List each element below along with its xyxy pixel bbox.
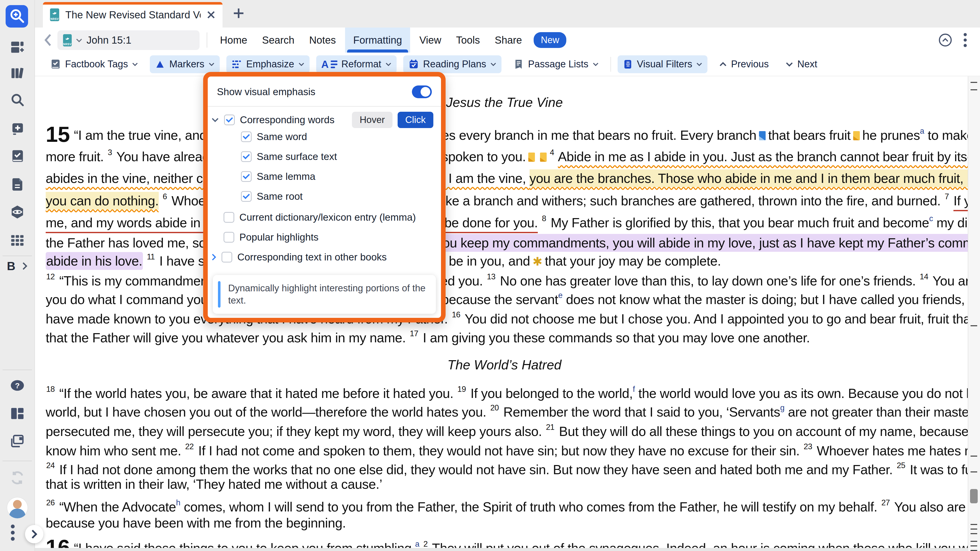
library-icon[interactable] — [0, 66, 35, 81]
scrollbar-mark — [970, 529, 977, 530]
layouts-icon[interactable] — [0, 406, 35, 421]
chevron-right-icon — [22, 262, 27, 270]
verse-line-4: you can do nothing. 6 Whoever does not a… — [46, 187, 980, 210]
collapse-row-icon[interactable] — [211, 118, 219, 122]
chevron-right-icon — [31, 529, 38, 539]
panel-kebab-menu-icon[interactable] — [963, 33, 967, 48]
verse-line-11: that the Father will give you whatever y… — [46, 324, 810, 348]
reading-plans-button[interactable]: Reading Plans — [403, 56, 501, 73]
same-word-checkbox[interactable] — [241, 131, 251, 142]
menu-view[interactable]: View — [414, 27, 447, 52]
chevron-down-icon — [593, 62, 599, 66]
same-lemma-checkbox[interactable] — [241, 171, 251, 182]
apps-grid-icon[interactable] — [0, 233, 35, 248]
scrollbar[interactable] — [968, 76, 980, 551]
back-button[interactable] — [41, 33, 54, 47]
tab-nrsv[interactable]: NRSV The New Revised Standard Version — [43, 2, 223, 27]
reformat-icon: A — [321, 59, 337, 69]
chevron-down-icon — [696, 62, 702, 66]
passage-lists-button[interactable]: Passage Lists — [508, 56, 604, 73]
account-avatar[interactable] — [0, 497, 35, 518]
collapse-toolbar-icon[interactable] — [938, 33, 953, 47]
menu-formatting[interactable]: Formatting — [345, 27, 410, 52]
reformat-button[interactable]: A Reformat — [316, 56, 396, 73]
search-icon[interactable] — [0, 92, 35, 107]
panel-menu: HomeSearchNotesFormattingViewToolsShareN… — [215, 27, 566, 52]
emphasize-icon — [231, 59, 242, 70]
chevron-down-icon — [132, 62, 138, 66]
documents-icon[interactable] — [0, 177, 35, 192]
expand-row-icon[interactable] — [211, 253, 216, 261]
chevron-down-icon[interactable] — [76, 38, 83, 43]
passage-lists-icon — [513, 59, 524, 70]
menu-tools[interactable]: Tools — [450, 27, 485, 52]
note-icon-yellow[interactable] — [853, 131, 860, 140]
visual-filters-button[interactable]: Visual Filters — [617, 56, 708, 73]
resource-abbrev: NRSV — [51, 17, 59, 21]
note-icon-yellow[interactable] — [528, 152, 535, 162]
highlight-star-icon[interactable]: ✱ — [533, 255, 542, 268]
expand-sidebar-button[interactable] — [25, 525, 43, 543]
sync-icon[interactable] — [0, 470, 35, 486]
divider — [611, 57, 611, 72]
bible-text-panel: Jesus the True Vine The World’s Hatred 1… — [35, 76, 980, 551]
left-sidebar: B ? — [0, 0, 35, 551]
popular-highlights-checkbox[interactable] — [224, 232, 234, 243]
formatting-toolbar: Factbook Tags Markers Emphasize A Reform… — [35, 52, 980, 76]
next-button[interactable]: Next — [780, 56, 822, 73]
same-root-checkbox[interactable] — [241, 191, 251, 202]
hover-button[interactable]: Hover — [352, 112, 393, 128]
new-tab-button[interactable] — [231, 6, 246, 21]
emphasize-button[interactable]: Emphasize — [226, 56, 310, 73]
help-icon[interactable]: ? — [0, 378, 35, 393]
show-visual-emphasis-toggle[interactable] — [412, 86, 432, 98]
corresponding-text-checkbox[interactable] — [221, 252, 232, 262]
markers-icon — [155, 59, 165, 69]
resource-icon: NRSV — [50, 8, 59, 21]
visual-filters-icon — [623, 59, 633, 70]
scrollbar-mark — [970, 541, 977, 542]
atlas-icon[interactable] — [0, 205, 35, 219]
chevron-down-icon — [208, 62, 215, 66]
media-icon[interactable] — [0, 121, 35, 136]
reading-plans-icon — [408, 59, 419, 70]
chevron-down-icon — [786, 62, 793, 67]
factbook-tags-button[interactable]: Factbook Tags — [45, 56, 143, 73]
click-button[interactable]: Click — [398, 112, 433, 128]
new-layout-icon[interactable] — [0, 40, 35, 55]
scrollbar-thumb[interactable] — [970, 489, 978, 503]
corresponding-words-checkbox[interactable] — [224, 114, 235, 125]
resource-icon: NRSV — [63, 34, 72, 46]
menu-home[interactable]: Home — [215, 27, 253, 52]
menu-share[interactable]: Share — [489, 27, 528, 52]
verse-line-1: 15“I am the true vine, and my Father is … — [46, 121, 980, 145]
new-badge: New — [534, 32, 566, 48]
scrollbar-mark — [970, 89, 977, 90]
same-surface-text-checkbox[interactable] — [241, 151, 251, 162]
emphasize-dropdown-panel: Show visual emphasis Corresponding words… — [203, 72, 445, 322]
section-heading-vine: Jesus the True Vine — [46, 95, 963, 110]
verse-line-17: that is written in their law, ‘They hate… — [46, 475, 382, 494]
current-dictionary-checkbox[interactable] — [224, 212, 234, 223]
reference-box[interactable]: NRSV John 15:1 — [57, 30, 200, 50]
same-surface-text-label: Same surface text — [257, 151, 337, 162]
factbook-icon[interactable] — [0, 149, 35, 164]
markers-button[interactable]: Markers — [150, 56, 220, 73]
menu-notes[interactable]: Notes — [304, 27, 342, 52]
app-logo-icon[interactable] — [6, 5, 28, 27]
sidebar-more-menu-icon[interactable] — [0, 524, 25, 541]
note-icon-yellow[interactable] — [540, 152, 547, 162]
sidebar-divider — [3, 256, 32, 256]
menu-search[interactable]: Search — [256, 27, 300, 52]
note-icon-blue[interactable] — [759, 131, 765, 140]
tab-bar: NRSV The New Revised Standard Version — [35, 0, 980, 27]
scrollbar-mark — [970, 82, 977, 83]
emphasize-description-text: Dynamically highlight interesting portio… — [228, 282, 428, 306]
scrollbar-mark — [970, 472, 977, 472]
reference-input[interactable]: John 15:1 — [86, 35, 131, 46]
close-tab-icon[interactable] — [207, 11, 215, 19]
sidebar-divider — [3, 461, 32, 461]
sidebar-item-b-expand[interactable]: B — [0, 259, 35, 273]
previous-button[interactable]: Previous — [714, 56, 774, 73]
close-all-panels-icon[interactable] — [0, 433, 35, 448]
